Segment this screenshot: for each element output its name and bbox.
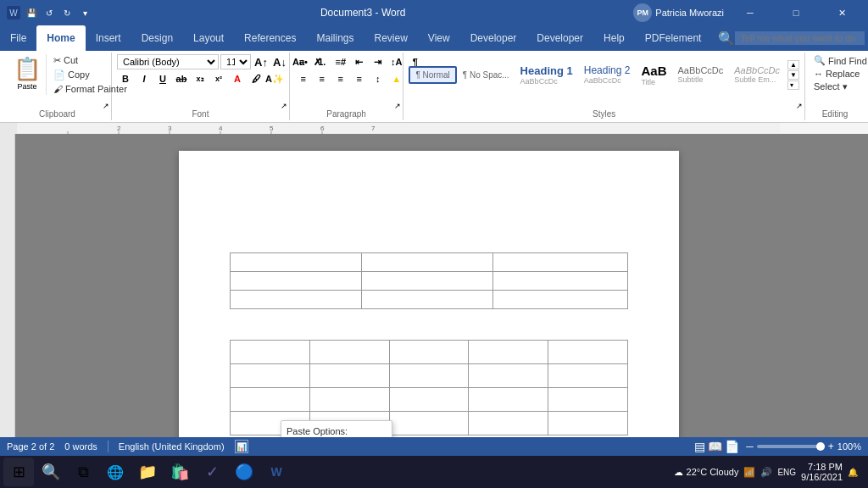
- table-cell[interactable]: [231, 341, 310, 364]
- style-title[interactable]: AaB Title: [636, 61, 671, 89]
- tab-developer2[interactable]: Developer: [526, 25, 593, 51]
- multilevel-btn[interactable]: ≡#: [332, 54, 349, 69]
- lang-indicator[interactable]: ENG: [777, 468, 796, 477]
- style-heading1[interactable]: Heading 1 AaBbCcDc: [515, 62, 578, 88]
- task-view-btn[interactable]: ⧉: [68, 458, 98, 486]
- align-left-btn[interactable]: ≡: [295, 71, 312, 86]
- font-size-select[interactable]: 11: [220, 54, 251, 69]
- tab-view[interactable]: View: [418, 25, 460, 51]
- tab-design[interactable]: Design: [131, 25, 183, 51]
- table-cell[interactable]: [361, 253, 492, 272]
- minimize-btn[interactable]: ─: [731, 0, 770, 25]
- zoom-slider[interactable]: [757, 445, 825, 448]
- sort-btn[interactable]: ↕A: [388, 54, 405, 69]
- styles-expand[interactable]: ↗: [796, 102, 803, 110]
- table-cell[interactable]: [231, 272, 362, 291]
- document-area[interactable]: Paste Options:: [15, 134, 868, 437]
- font-color-btn[interactable]: A: [229, 71, 246, 86]
- zoom-in-btn[interactable]: +: [828, 441, 834, 452]
- explorer-btn[interactable]: 📁: [132, 458, 163, 486]
- table-cell[interactable]: [492, 272, 627, 291]
- highlight-btn[interactable]: 🖊: [248, 71, 264, 86]
- font-family-select[interactable]: Calibri (Body): [117, 54, 219, 69]
- tab-pdfelement[interactable]: PDFelement: [635, 25, 712, 51]
- grow-font-btn[interactable]: A↑: [253, 54, 270, 69]
- table-cell[interactable]: [361, 291, 492, 309]
- view-layout-btn[interactable]: 📄: [725, 440, 739, 453]
- table-cell[interactable]: [309, 341, 389, 364]
- find-btn[interactable]: 🔍 FindFind: [810, 54, 868, 67]
- zoom-out-btn[interactable]: ─: [746, 441, 754, 452]
- tab-layout[interactable]: Layout: [183, 25, 234, 51]
- table-cell[interactable]: [548, 388, 628, 412]
- todo-btn[interactable]: ✓: [197, 458, 227, 486]
- font-expand[interactable]: ↗: [281, 102, 287, 110]
- clipboard-expand[interactable]: ↗: [103, 102, 109, 110]
- view-normal-btn[interactable]: ▤: [694, 440, 705, 453]
- tab-mailings[interactable]: Mailings: [306, 25, 364, 51]
- bold-btn[interactable]: B: [117, 71, 134, 86]
- shrink-font-btn[interactable]: A↓: [271, 54, 288, 69]
- style-normal[interactable]: ¶ Normal: [409, 66, 456, 84]
- tab-insert[interactable]: Insert: [86, 25, 131, 51]
- undo-qa-btn[interactable]: ↺: [42, 5, 57, 20]
- table-cell[interactable]: [389, 388, 469, 412]
- network-icon[interactable]: 📶: [743, 467, 755, 478]
- paste-btn[interactable]: 📋 Paste: [8, 54, 47, 95]
- table-cell[interactable]: [492, 291, 627, 309]
- line-spacing-btn[interactable]: ↕: [370, 71, 387, 86]
- track-changes-btn[interactable]: 📊: [235, 440, 248, 453]
- strikethrough-btn[interactable]: ab: [173, 71, 190, 86]
- table-cell[interactable]: [548, 412, 628, 435]
- style-subtle-em[interactable]: AaBbCcDc Subtle Em...: [729, 63, 785, 86]
- align-center-btn[interactable]: ≡: [314, 71, 331, 86]
- table-cell[interactable]: [548, 341, 628, 364]
- paragraph-expand[interactable]: ↗: [394, 102, 401, 110]
- increase-indent-btn[interactable]: ⇥: [370, 54, 387, 69]
- table-cell[interactable]: [389, 341, 469, 364]
- text-effect-btn[interactable]: A✨: [266, 71, 283, 86]
- tab-references[interactable]: References: [234, 25, 306, 51]
- style-subtitle[interactable]: AaBbCcDc Subtitle: [672, 63, 728, 86]
- table-cell[interactable]: [309, 364, 389, 388]
- tab-help[interactable]: Help: [593, 25, 635, 51]
- styles-expand-btn[interactable]: ▾: [787, 80, 799, 90]
- volume-icon[interactable]: 🔊: [760, 467, 772, 478]
- table-cell[interactable]: [492, 253, 627, 272]
- subscript-btn[interactable]: x₂: [192, 71, 209, 86]
- save-qa-btn[interactable]: 💾: [24, 5, 39, 20]
- numbering-btn[interactable]: 1.: [314, 54, 331, 69]
- table-cell[interactable]: [361, 272, 492, 291]
- table-cell[interactable]: [469, 341, 548, 364]
- tab-review[interactable]: Review: [364, 25, 417, 51]
- superscript-btn[interactable]: x²: [210, 71, 227, 86]
- table-cell[interactable]: [469, 364, 548, 388]
- tab-file[interactable]: File: [0, 25, 36, 51]
- table-cell[interactable]: [309, 388, 389, 412]
- bullets-btn[interactable]: ≡•: [295, 54, 312, 69]
- browser2-btn[interactable]: 🔵: [229, 458, 259, 486]
- underline-btn[interactable]: U: [154, 71, 171, 86]
- qa-dropdown-btn[interactable]: ▾: [77, 5, 92, 20]
- notifications-btn[interactable]: 🔔: [848, 468, 858, 477]
- align-right-btn[interactable]: ≡: [332, 71, 349, 86]
- decrease-indent-btn[interactable]: ⇤: [351, 54, 368, 69]
- replace-btn[interactable]: ↔ Replace: [810, 68, 863, 80]
- tab-home[interactable]: Home: [36, 25, 85, 51]
- table-cell[interactable]: [231, 253, 362, 272]
- styles-down-btn[interactable]: ▼: [787, 70, 799, 80]
- shading-btn[interactable]: ▲: [388, 71, 405, 86]
- italic-btn[interactable]: I: [136, 71, 153, 86]
- maximize-btn[interactable]: □: [776, 0, 815, 25]
- select-btn[interactable]: Select ▾: [810, 80, 851, 93]
- tell-me-input[interactable]: [735, 31, 865, 45]
- table-cell[interactable]: [231, 388, 310, 412]
- style-heading2[interactable]: Heading 2 AaBbCcDc: [579, 62, 636, 87]
- store-btn[interactable]: 🛍️: [164, 458, 195, 486]
- close-btn[interactable]: ✕: [822, 0, 861, 25]
- view-read-btn[interactable]: 📖: [708, 440, 722, 453]
- table-cell[interactable]: [389, 412, 469, 435]
- search-taskbar-btn[interactable]: 🔍: [36, 458, 66, 486]
- edge-btn[interactable]: 🌐: [100, 458, 131, 486]
- table-cell[interactable]: [231, 364, 310, 388]
